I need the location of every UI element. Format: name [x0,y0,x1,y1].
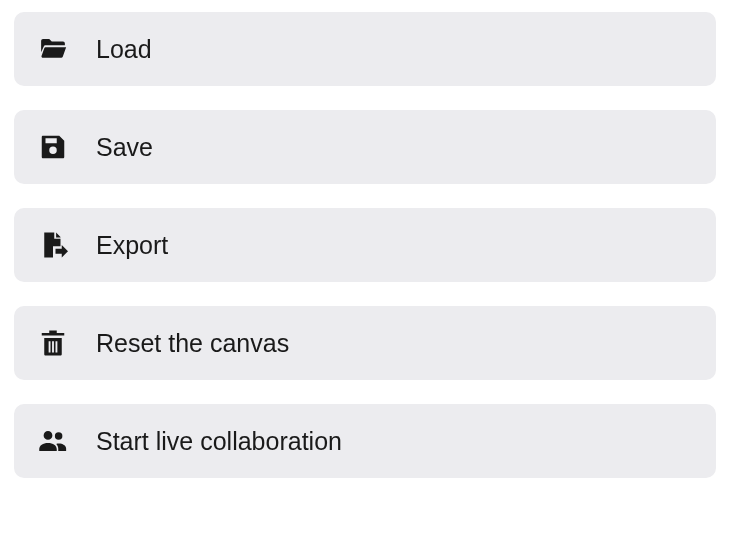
menu-item-collab[interactable]: Start live collaboration [14,404,716,478]
menu-item-load[interactable]: Load [14,12,716,86]
menu-item-label: Export [96,231,168,260]
menu-item-label: Save [96,133,153,162]
menu-item-label: Start live collaboration [96,427,342,456]
menu-item-label: Load [96,35,152,64]
menu-list: Load Save Export Reset the canvas Start … [14,12,716,478]
menu-item-reset[interactable]: Reset the canvas [14,306,716,380]
users-icon [38,426,68,456]
export-icon [38,230,68,260]
menu-item-label: Reset the canvas [96,329,289,358]
folder-open-icon [38,34,68,64]
save-icon [38,132,68,162]
menu-item-export[interactable]: Export [14,208,716,282]
trash-icon [38,328,68,358]
menu-item-save[interactable]: Save [14,110,716,184]
